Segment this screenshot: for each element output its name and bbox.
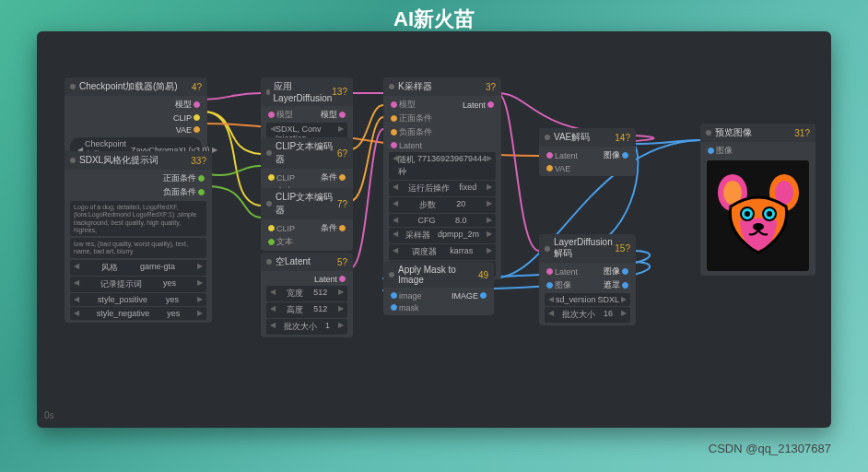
node-empty-latent[interactable]: 空Latent5? Latent ◀宽度512▶ ◀高度512▶ ◀批次大小1▶ [261, 253, 353, 337]
node-preview-image[interactable]: 预览图像31? 图像 [700, 124, 815, 276]
svg-point-7 [767, 211, 772, 217]
style-selector[interactable]: ◀风格game-gta▶ [70, 260, 206, 276]
node-sdxl-prompt[interactable]: SDXL风格化提示词33? 正面条件 负面条件 Logo of a dog, d… [65, 151, 212, 323]
svg-point-8 [753, 223, 764, 230]
preview-output-image [707, 160, 809, 271]
node-ksampler[interactable]: K采样器3? 模型Latent 正面条件 负面条件 Latent ◀随机种771… [383, 77, 501, 279]
node-layer-diffusion-decode[interactable]: LayerDiffusion解码15? Latent图像 图像遮罩 ◀sd_ve… [539, 234, 636, 325]
node-graph-canvas[interactable]: Checkpoint加载器(简易)4? 模型 CLIP VAE ◀Checkpo… [37, 31, 831, 428]
node-apply-mask[interactable]: Apply Mask to Image49 imageIMAGE mask [383, 262, 494, 315]
page-title: AI新火苗 [393, 6, 475, 33]
node-clip-encoder-2[interactable]: CLIP文本编码器7? CLIP条件 文本 [261, 188, 353, 251]
node-vae-decode[interactable]: VAE解码14? Latent图像 VAE [539, 128, 636, 176]
watermark: CSDN @qq_21307687 [709, 442, 831, 455]
svg-point-6 [745, 211, 750, 217]
negative-prompt-input[interactable]: low res, (bad quality, worst quality), t… [70, 238, 206, 258]
timer-display: 0s [44, 410, 54, 420]
positive-prompt-input[interactable]: Logo of a dog, detailed, LogoRedXF, (lor… [70, 201, 206, 236]
